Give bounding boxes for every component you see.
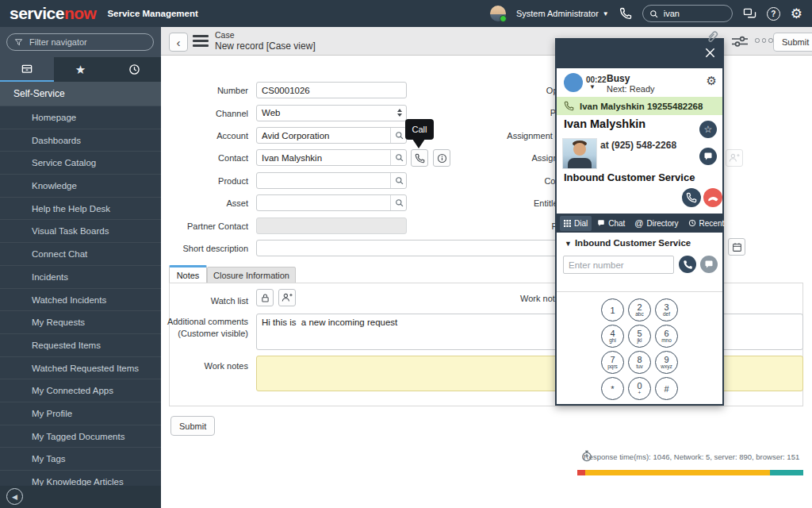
sidebar-item[interactable]: My Profile (0, 402, 161, 425)
tab-notes[interactable]: Notes (169, 265, 207, 283)
chat-number-button[interactable] (700, 256, 718, 273)
sidebar-item[interactable]: Watched Requested Items (0, 356, 161, 379)
sidebar-item[interactable]: Knowledge (0, 174, 161, 197)
sidebar-item[interactable]: Connect Chat (0, 242, 161, 265)
dial-number-button[interactable] (679, 256, 696, 273)
phone-tab-directory[interactable]: @Directory (630, 215, 682, 231)
tab-favorites[interactable]: ★ (54, 57, 108, 82)
dialpad-key[interactable]: 6 mno (655, 325, 678, 348)
channel-select[interactable]: Web (256, 105, 407, 121)
asset-lookup-icon[interactable] (390, 195, 407, 210)
submit-button-bottom[interactable]: Submit (170, 416, 215, 436)
sidebar-item[interactable]: My Tags (0, 447, 161, 470)
dialpad-key-number: 9 (664, 356, 668, 364)
dialpad-key[interactable]: 0 + (628, 377, 651, 400)
dialpad-key-letters: ghi (609, 337, 616, 343)
help-icon[interactable]: ? (767, 7, 780, 21)
asset-input[interactable] (256, 194, 407, 211)
phone-tab-recent[interactable]: Recent (684, 216, 729, 231)
sidebar-item[interactable]: Incidents (0, 265, 161, 288)
sidebar-item[interactable]: Dashboards (0, 129, 161, 152)
incoming-call-banner[interactable]: Ivan Malyshkin 19255482268 (557, 97, 722, 115)
sidebar-item[interactable]: My Requests (0, 310, 161, 333)
submit-button-top[interactable]: Submit (773, 33, 812, 52)
number-input[interactable] (256, 82, 407, 98)
response-bar-segment (577, 470, 585, 475)
assigned-to-person-add-button[interactable] (726, 149, 743, 167)
attachment-icon[interactable] (706, 30, 718, 44)
watch-list-label: Watch list (161, 292, 248, 310)
phone-tab-dial[interactable]: Dial (560, 216, 592, 231)
sidebar: ★ Self-Service HomepageDashboardsService… (0, 27, 161, 508)
search-input[interactable] (662, 8, 713, 19)
dialpad-key[interactable]: 9 wxyz (655, 351, 678, 374)
sidebar-item[interactable]: Help the Help Desk (0, 197, 161, 220)
search-icon (649, 10, 658, 18)
sidebar-item[interactable]: My Connected Apps (0, 379, 161, 402)
user-avatar[interactable] (490, 6, 506, 21)
dialpad-key[interactable]: 3 def (655, 298, 678, 321)
agent-avatar[interactable] (564, 73, 583, 92)
personalize-form-icon[interactable] (731, 35, 749, 48)
filter-navigator[interactable] (6, 33, 154, 51)
sidebar-item[interactable]: Visual Task Boards (0, 219, 161, 242)
more-options-icon[interactable] (755, 38, 773, 43)
user-menu[interactable]: System Administrator▼ (516, 9, 609, 18)
status-chevron-icon[interactable]: ▼ (589, 83, 596, 90)
select-arrows-icon (397, 109, 402, 117)
collapse-sidebar-button[interactable]: ◀ (6, 488, 23, 505)
phone-favorites-star-icon[interactable]: ★ (730, 217, 738, 229)
field-label: Assigned to (423, 149, 577, 171)
queue-selector[interactable]: ▼Inbound Customer Service (565, 238, 691, 248)
contact-lookup-icon[interactable] (390, 150, 407, 165)
gear-icon[interactable]: ⚙ (791, 7, 802, 21)
back-button[interactable]: ‹ (169, 33, 188, 52)
dialpad-key[interactable]: 4 ghi (601, 325, 624, 348)
tab-all-applications[interactable] (0, 57, 54, 82)
dialpad-key[interactable]: 2 abc (628, 298, 651, 321)
caller-number: at (925) 548-2268 (600, 140, 676, 151)
sidebar-section-header[interactable]: Self-Service (0, 82, 161, 106)
sidebar-item[interactable]: My Knowledge Articles (0, 470, 161, 486)
global-search[interactable] (642, 5, 733, 22)
answer-call-button[interactable] (682, 188, 701, 207)
sidebar-item[interactable]: Homepage (0, 106, 161, 129)
tab-closure-information[interactable]: Closure Information (207, 267, 296, 283)
chat-tab-label: Chat (608, 219, 625, 228)
context-menu-icon[interactable] (193, 35, 209, 37)
sidebar-item[interactable]: Service Catalog (0, 151, 161, 174)
watch-list-add-person-button[interactable] (278, 289, 296, 306)
product-input[interactable] (256, 172, 407, 189)
hangup-call-button[interactable] (703, 188, 722, 207)
watch-list-lock-button[interactable] (256, 289, 274, 306)
phone-settings-gear-icon[interactable]: ⚙ (707, 75, 717, 87)
chat-icon[interactable] (743, 8, 756, 20)
sidebar-item[interactable]: Requested Items (0, 333, 161, 356)
close-icon[interactable] (704, 47, 716, 59)
account-lookup-icon[interactable] (390, 128, 407, 143)
contact-label: Contact (161, 149, 248, 167)
enter-number-input[interactable] (563, 256, 674, 274)
phone-tab-chat[interactable]: Chat (593, 216, 629, 231)
filter-input[interactable] (28, 37, 134, 48)
dialpad-key-number: 1 (610, 306, 615, 314)
tab-history[interactable] (107, 57, 161, 82)
product-lookup-icon[interactable] (390, 173, 407, 188)
calendar-icon-button[interactable] (728, 238, 745, 256)
phone-icon[interactable] (619, 7, 632, 20)
dialpad-key[interactable]: 8 tuv (628, 351, 651, 374)
chat-with-caller-button[interactable] (699, 148, 717, 165)
favorite-caller-button[interactable]: ☆ (699, 121, 717, 138)
dialpad-key[interactable]: # (655, 377, 678, 400)
user-name: System Administrator (516, 9, 599, 18)
dialpad-key[interactable]: 5 jkl (628, 325, 651, 348)
sidebar-item[interactable]: My Tagged Documents (0, 425, 161, 448)
account-input[interactable] (256, 127, 407, 144)
recent-clock-icon (688, 219, 696, 227)
contact-input[interactable] (256, 149, 407, 166)
dialpad-key[interactable]: 7 pqrs (601, 351, 624, 374)
sidebar-item[interactable]: Watched Incidents (0, 288, 161, 311)
dialpad-key[interactable]: 1 (601, 298, 624, 321)
dialpad-key[interactable]: * (601, 377, 624, 400)
phone-widget-header[interactable] (557, 40, 722, 68)
